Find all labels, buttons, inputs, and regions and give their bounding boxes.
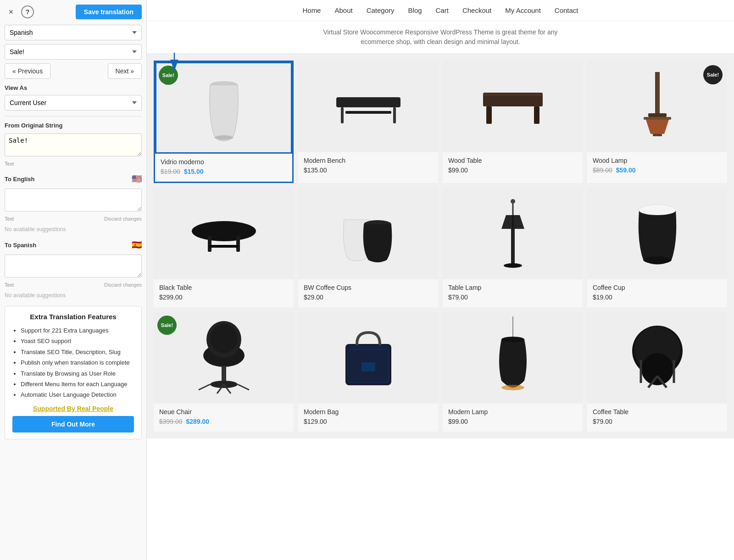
product-name: Coffee Table xyxy=(593,408,722,416)
nav-checkout[interactable]: Checkout xyxy=(462,6,491,14)
svg-marker-25 xyxy=(501,215,524,229)
sale-badge-green: Sale! xyxy=(159,66,178,85)
svg-rect-41 xyxy=(350,349,387,350)
supported-by-label: Supported By Real People xyxy=(12,405,134,412)
nav-home[interactable]: Home xyxy=(302,6,321,14)
price-old: $19.00 xyxy=(161,168,180,175)
svg-marker-13 xyxy=(646,120,669,134)
svg-point-47 xyxy=(641,353,673,385)
svg-point-24 xyxy=(511,199,515,204)
nav-my-account[interactable]: My Account xyxy=(505,6,541,14)
price-old: $399.00 xyxy=(159,418,183,425)
product-image xyxy=(443,61,583,152)
product-image xyxy=(443,312,583,404)
product-card[interactable]: Sale! Neue xyxy=(154,312,294,432)
product-info: Wood Lamp $89.00 $59.00 xyxy=(587,152,727,180)
list-item: Translate by Browsing as User Role xyxy=(21,368,134,379)
string-select[interactable]: Sale! xyxy=(5,44,142,60)
sale-badge-chair: Sale! xyxy=(157,316,177,335)
price-new: $59.00 xyxy=(616,166,636,174)
product-card[interactable]: Modern Bag $129.00 xyxy=(298,312,438,432)
nav-contact[interactable]: Contact xyxy=(555,6,578,14)
product-price: $89.00 $59.00 xyxy=(593,166,722,174)
product-card[interactable]: Modern Bench $135.00 xyxy=(298,61,438,183)
spanish-type-meta: Text Discard changes xyxy=(5,282,142,288)
svg-rect-32 xyxy=(222,366,226,382)
product-name: Modern Bag xyxy=(304,408,433,416)
close-button[interactable]: × xyxy=(5,6,17,18)
product-price: $79.00 xyxy=(593,418,722,425)
product-info: Modern Lamp $99.00 xyxy=(443,404,583,432)
product-card[interactable]: Sale! Wood Lamp $89.00 $59.00 xyxy=(587,61,727,183)
svg-point-22 xyxy=(504,263,522,268)
svg-rect-7 xyxy=(483,94,543,96)
svg-line-34 xyxy=(199,384,210,390)
product-name: Modern Lamp xyxy=(448,408,577,416)
product-price: $99.00 xyxy=(448,418,577,425)
svg-rect-4 xyxy=(393,107,396,123)
svg-point-1 xyxy=(215,135,233,140)
list-item: Automatic User Language Detection xyxy=(21,389,134,400)
spanish-translation-textarea[interactable] xyxy=(5,255,142,277)
store-navigation: Home About Category Blog Cart Checkout M… xyxy=(147,0,734,21)
language-select[interactable]: Spanish xyxy=(5,25,142,40)
extra-features-list: Support for 221 Extra Languages Yoast SE… xyxy=(12,325,134,400)
spanish-suggestions: No available suggestions xyxy=(5,292,142,299)
save-translation-button[interactable]: Save translation xyxy=(76,5,142,19)
svg-rect-11 xyxy=(648,113,667,117)
help-button[interactable]: ? xyxy=(21,6,34,18)
next-button[interactable]: Next » xyxy=(108,63,142,79)
product-price: $135.00 xyxy=(304,166,433,174)
product-name: BW Coffee Cups xyxy=(304,284,433,291)
product-card[interactable]: Sale! Vidrio moderno $19.00 $15.00 xyxy=(154,61,294,183)
svg-rect-18 xyxy=(209,245,239,248)
english-translation-textarea[interactable] xyxy=(5,189,142,211)
product-card[interactable]: Wood Table $99.00 xyxy=(443,61,583,183)
to-spanish-header: To Spanish 🇪🇸 xyxy=(5,240,142,250)
svg-rect-16 xyxy=(208,236,211,252)
sale-badge: Sale! xyxy=(703,65,723,84)
product-info: Vidrio moderno $19.00 $15.00 xyxy=(155,154,292,182)
product-image xyxy=(298,61,438,152)
product-name: Neue Chair xyxy=(159,408,288,416)
product-info: Table Lamp $79.00 xyxy=(443,279,583,307)
view-as-select[interactable]: Current User xyxy=(5,95,142,111)
product-price: $129.00 xyxy=(304,418,433,425)
translation-panel: × ? Save translation Spanish Sale! « Pre… xyxy=(0,0,147,560)
svg-rect-12 xyxy=(644,117,671,120)
nav-category[interactable]: Category xyxy=(367,6,395,14)
svg-rect-5 xyxy=(345,111,391,114)
original-string-textarea[interactable]: Sale! xyxy=(5,133,142,156)
price-new: $289.00 xyxy=(186,418,210,425)
product-name: Black Table xyxy=(159,284,288,291)
product-card[interactable]: Coffee Cup $19.00 xyxy=(587,188,727,307)
store-tagline: Virtual Store Woocommerce Responsive Wor… xyxy=(147,21,734,54)
spanish-flag: 🇪🇸 xyxy=(132,240,142,250)
nav-about[interactable]: About xyxy=(334,6,352,14)
product-price: $299.00 xyxy=(159,294,288,301)
find-out-more-button[interactable]: Find Out More xyxy=(12,416,134,432)
previous-button[interactable]: « Previous xyxy=(5,63,50,79)
product-card[interactable]: BW Coffee Cups $29.00 xyxy=(298,188,438,307)
product-grid: Sale! Vidrio moderno $19.00 $15.00 xyxy=(147,54,734,438)
product-card[interactable]: Coffee Table $79.00 xyxy=(587,312,727,432)
product-price: $79.00 xyxy=(448,294,577,301)
svg-rect-8 xyxy=(486,106,492,124)
product-card[interactable]: Black Table $299.00 xyxy=(154,188,294,307)
product-card[interactable]: Table Lamp $79.00 xyxy=(443,188,583,307)
nav-blog[interactable]: Blog xyxy=(408,6,422,14)
product-info: Coffee Cup $19.00 xyxy=(587,279,727,307)
svg-rect-21 xyxy=(511,229,515,266)
extra-features-section: Extra Translation Features Support for 2… xyxy=(5,306,142,439)
spanish-discard-link[interactable]: Discard changes xyxy=(104,282,142,288)
price-old: $89.00 xyxy=(593,166,612,174)
product-image xyxy=(298,188,438,279)
list-item: Different Menu Items for each Language xyxy=(21,379,134,389)
nav-cart[interactable]: Cart xyxy=(436,6,449,14)
to-spanish-label: To Spanish xyxy=(5,242,36,249)
list-item: Translate SEO Title, Description, Slug xyxy=(21,347,134,357)
english-discard-link[interactable]: Discard changes xyxy=(104,216,142,222)
product-card[interactable]: Modern Lamp $99.00 xyxy=(443,312,583,432)
product-info: BW Coffee Cups $29.00 xyxy=(298,279,438,307)
list-item: Yoast SEO support xyxy=(21,336,134,346)
